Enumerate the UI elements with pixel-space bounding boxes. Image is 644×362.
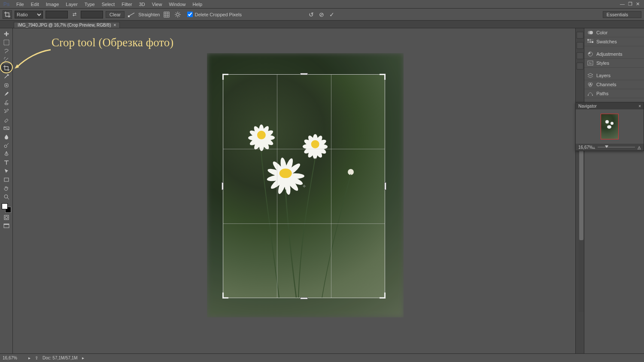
menu-edit[interactable]: Edit — [27, 0, 43, 9]
rectangular-marquee-tool[interactable] — [1, 39, 12, 46]
crop-settings-icon[interactable] — [173, 10, 182, 19]
menu-help[interactable]: Help — [189, 0, 206, 9]
menu-filter[interactable]: Filter — [118, 0, 135, 9]
panel-paths[interactable]: Paths — [584, 89, 644, 98]
navigator-zoom-slider[interactable] — [598, 147, 635, 148]
crop-handle-tl[interactable] — [222, 74, 228, 80]
menu-type[interactable]: Type — [81, 0, 98, 9]
adjustments-panel-icon — [587, 51, 594, 57]
navigator-footer: 16,67% ▵ ◬ — [576, 144, 644, 151]
menu-window[interactable]: Window — [165, 0, 189, 9]
crop-handle-bl[interactable] — [222, 293, 228, 299]
menu-layer[interactable]: Layer — [62, 0, 81, 9]
foreground-background-colors[interactable] — [2, 203, 11, 213]
navigator-panel[interactable]: Navigator × 16,67% ▵ ◬ — [575, 102, 644, 151]
crop-center-icon: ✧ — [302, 184, 306, 189]
blur-tool[interactable] — [1, 133, 12, 141]
brush-tool[interactable] — [1, 90, 12, 98]
status-doc-info[interactable]: Doc: 57,1M/57,1M — [43, 356, 78, 360]
screen-mode-tool[interactable] — [1, 222, 12, 230]
pen-tool[interactable] — [1, 150, 12, 158]
cancel-crop-icon[interactable]: ⊘ — [319, 11, 324, 18]
lasso-tool[interactable] — [1, 47, 12, 55]
maximize-icon[interactable]: ❐ — [628, 1, 632, 7]
navigator-preview[interactable] — [576, 109, 644, 144]
clear-button[interactable]: Clear — [106, 11, 125, 18]
panel-channels-label: Channels — [596, 82, 616, 87]
clone-stamp-tool[interactable] — [1, 99, 12, 106]
strip-character-icon[interactable] — [577, 63, 583, 69]
menu-3d[interactable]: 3D — [136, 0, 149, 9]
svg-point-10 — [5, 216, 8, 219]
crop-height-input[interactable] — [81, 11, 103, 18]
zoom-tool[interactable] — [1, 193, 12, 201]
type-tool[interactable] — [1, 159, 12, 166]
reset-crop-icon[interactable]: ↺ — [309, 11, 314, 18]
navigator-zoom-in-icon[interactable]: ◬ — [638, 145, 641, 150]
panel-styles[interactable]: fx Styles — [584, 59, 644, 68]
crop-width-input[interactable] — [46, 11, 68, 18]
strip-properties-icon[interactable] — [577, 52, 583, 59]
panel-adjustments[interactable]: Adjustments — [584, 50, 644, 59]
crop-overlay-icon[interactable] — [162, 10, 171, 19]
strip-info-icon[interactable] — [577, 42, 583, 49]
document-tab[interactable]: IMG_7940.JPG @ 16,7% (Crop Preview, RGB/… — [14, 22, 120, 28]
crop-handle-br[interactable] — [380, 293, 386, 299]
workspace-switcher[interactable]: Essentials — [603, 11, 641, 18]
panel-swatches[interactable]: Swatches — [584, 37, 644, 46]
quick-mask-tool[interactable] — [1, 214, 12, 221]
hand-tool[interactable] — [1, 184, 12, 192]
panel-channels[interactable]: Channels — [584, 80, 644, 89]
menu-file[interactable]: File — [13, 0, 27, 9]
panel-adjustments-label: Adjustments — [596, 51, 623, 57]
tools-toolbar — [0, 28, 13, 353]
history-brush-tool[interactable] — [1, 107, 12, 115]
status-export-icon[interactable]: ⇪ — [35, 356, 38, 360]
foreground-color-swatch[interactable] — [2, 203, 8, 209]
close-icon[interactable]: ✕ — [636, 1, 640, 7]
move-tool[interactable] — [1, 30, 12, 38]
crop-handle-left[interactable] — [222, 182, 224, 190]
crop-tool[interactable] — [1, 64, 12, 72]
strip-histogram-icon[interactable] — [577, 32, 583, 39]
navigator-zoom-out-icon[interactable]: ▵ — [593, 145, 595, 150]
panel-layers[interactable]: Layers — [584, 71, 644, 80]
crop-handle-tr[interactable] — [380, 74, 386, 80]
dodge-tool[interactable] — [1, 142, 12, 149]
navigator-close-icon[interactable]: × — [638, 104, 641, 109]
crop-ratio-select[interactable]: Ratio — [15, 11, 43, 18]
minimize-icon[interactable]: — — [620, 1, 625, 7]
commit-crop-icon[interactable]: ✓ — [329, 11, 334, 18]
crop-handle-bottom[interactable] — [300, 297, 308, 299]
healing-brush-tool[interactable] — [1, 81, 12, 89]
rectangle-tool[interactable] — [1, 176, 12, 184]
navigator-title-bar[interactable]: Navigator × — [576, 103, 644, 109]
straighten-icon[interactable] — [127, 10, 136, 19]
navigator-zoom-value[interactable]: 16,67% — [578, 145, 593, 150]
crop-handle-top[interactable] — [300, 73, 308, 75]
menu-image[interactable]: Image — [43, 0, 63, 9]
swap-dimensions-icon[interactable]: ⇄ — [70, 12, 78, 17]
crop-tool-indicator-icon[interactable] — [3, 10, 12, 19]
navigator-thumbnail[interactable] — [601, 114, 619, 139]
eyedropper-tool[interactable] — [1, 73, 12, 81]
delete-cropped-checkbox[interactable]: Delete Cropped Pixels — [187, 12, 241, 17]
status-arrow-icon[interactable]: ▸ — [28, 356, 30, 360]
svg-point-2 — [176, 13, 179, 16]
svg-rect-7 — [4, 178, 9, 181]
magic-wand-tool[interactable] — [1, 56, 12, 63]
panel-color-label: Color — [596, 30, 608, 35]
tab-close-icon[interactable]: × — [113, 23, 116, 27]
panel-color[interactable]: Color — [584, 28, 644, 37]
menu-view[interactable]: View — [149, 0, 166, 9]
status-more-icon[interactable]: ▸ — [82, 356, 84, 360]
delete-cropped-input[interactable] — [187, 12, 193, 17]
path-selection-tool[interactable] — [1, 167, 12, 175]
status-zoom[interactable]: 16,67% — [3, 356, 24, 360]
eraser-tool[interactable] — [1, 116, 12, 124]
crop-handle-right[interactable] — [384, 182, 386, 190]
canvas-area[interactable]: ✧ — [13, 28, 575, 353]
gradient-tool[interactable] — [1, 124, 12, 132]
crop-box[interactable]: ✧ — [223, 75, 385, 298]
menu-select[interactable]: Select — [98, 0, 118, 9]
